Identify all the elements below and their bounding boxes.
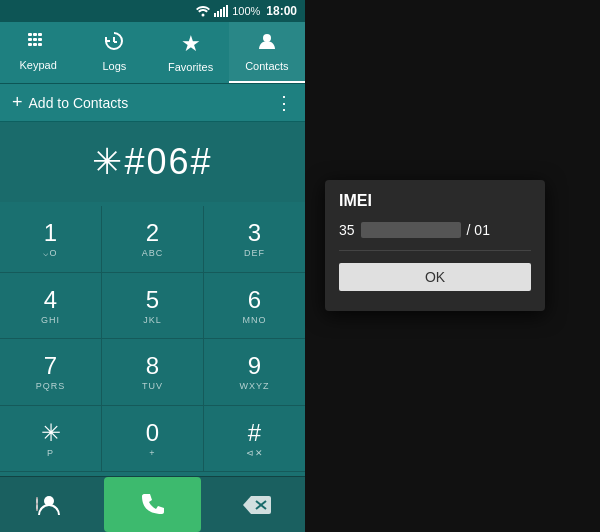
- wifi-icon: [196, 5, 210, 17]
- key-4-letters: GHI: [41, 315, 60, 325]
- favorites-label: Favorites: [168, 61, 213, 73]
- delete-icon: [241, 494, 271, 516]
- tab-favorites[interactable]: ★ Favorites: [153, 22, 229, 83]
- key-2[interactable]: 2 ABC: [102, 206, 204, 273]
- keypad-icon: [27, 32, 49, 55]
- key-row-1: 1 ⌵O 2 ABC 3 DEF: [0, 206, 305, 273]
- svg-rect-9: [28, 38, 32, 41]
- key-row-3: 7 PQRS 8 TUV 9 WXYZ: [0, 339, 305, 406]
- tab-logs[interactable]: Logs: [76, 22, 152, 83]
- key-row-4: ✳ P 0 + # ⊲✕: [0, 406, 305, 473]
- contacts-label: Contacts: [245, 60, 288, 72]
- phone-screen: 100% 18:00 Keypad: [0, 0, 305, 532]
- key-6[interactable]: 6 MNO: [204, 273, 305, 340]
- key-3-number: 3: [248, 219, 261, 247]
- svg-rect-11: [38, 38, 42, 41]
- delete-button[interactable]: [207, 477, 305, 532]
- add-to-contacts-button[interactable]: + Add to Contacts: [12, 92, 275, 113]
- key-8[interactable]: 8 TUV: [102, 339, 204, 406]
- plus-icon: +: [12, 92, 23, 113]
- key-5[interactable]: 5 JKL: [102, 273, 204, 340]
- key-6-letters: MNO: [243, 315, 267, 325]
- key-3-letters: DEF: [244, 248, 265, 258]
- svg-rect-7: [33, 33, 37, 36]
- imei-ok-button[interactable]: OK: [339, 263, 531, 291]
- svg-rect-1: [214, 13, 216, 17]
- key-6-number: 6: [248, 286, 261, 314]
- svg-rect-4: [223, 7, 225, 17]
- key-2-number: 2: [146, 219, 159, 247]
- key-7-letters: PQRS: [36, 381, 66, 391]
- svg-rect-13: [33, 43, 37, 46]
- nav-tabs: Keypad Logs ★ Favorites: [0, 22, 305, 84]
- action-bar: [0, 476, 305, 532]
- add-contacts-label: Add to Contacts: [29, 95, 129, 111]
- imei-ok-container: OK: [339, 259, 531, 299]
- svg-rect-6: [28, 33, 32, 36]
- svg-rect-12: [28, 43, 32, 46]
- key-star-letters: P: [47, 448, 54, 458]
- key-8-letters: TUV: [142, 381, 163, 391]
- keypad-grid: 1 ⌵O 2 ABC 3 DEF 4 GHI 5 JKL 6: [0, 202, 305, 476]
- key-star[interactable]: ✳ P: [0, 406, 102, 473]
- key-8-number: 8: [146, 352, 159, 380]
- contacts-shortcut-button[interactable]: [0, 477, 98, 532]
- right-side: IMEI 35 / 01 OK: [305, 0, 600, 532]
- svg-rect-8: [38, 33, 42, 36]
- svg-rect-5: [226, 5, 228, 17]
- more-menu-icon[interactable]: ⋮: [275, 92, 293, 114]
- imei-blurred-value: [361, 222, 461, 238]
- imei-dialog: IMEI 35 / 01 OK: [325, 180, 545, 311]
- key-4[interactable]: 4 GHI: [0, 273, 102, 340]
- key-1-number: 1: [44, 219, 57, 247]
- imei-value-row: 35 / 01: [339, 222, 531, 238]
- imei-dialog-content: 35 / 01 OK: [325, 218, 545, 311]
- favorites-icon: ★: [181, 31, 201, 57]
- svg-rect-21: [36, 505, 38, 509]
- key-5-letters: JKL: [143, 315, 162, 325]
- tab-contacts[interactable]: Contacts: [229, 22, 305, 83]
- key-0-letters: +: [149, 448, 155, 458]
- key-1-sub: ⌵O: [43, 248, 57, 258]
- toolbar: + Add to Contacts ⋮: [0, 84, 305, 122]
- key-4-number: 4: [44, 286, 57, 314]
- key-0[interactable]: 0 +: [102, 406, 204, 473]
- key-hash[interactable]: # ⊲✕: [204, 406, 305, 473]
- logs-icon: [103, 31, 125, 56]
- key-hash-number: #: [248, 419, 261, 447]
- key-3[interactable]: 3 DEF: [204, 206, 305, 273]
- key-7-number: 7: [44, 352, 57, 380]
- contacts-icon: [257, 31, 277, 56]
- dialed-number: ✳#06#: [92, 141, 212, 183]
- imei-divider: [339, 250, 531, 251]
- svg-rect-20: [36, 499, 38, 503]
- key-9-number: 9: [248, 352, 261, 380]
- key-9[interactable]: 9 WXYZ: [204, 339, 305, 406]
- tab-keypad[interactable]: Keypad: [0, 22, 76, 83]
- contacts-shortcut-icon: [35, 491, 63, 519]
- signal-icon: [214, 5, 228, 17]
- key-1[interactable]: 1 ⌵O: [0, 206, 102, 273]
- svg-point-17: [263, 34, 271, 42]
- key-2-letters: ABC: [142, 248, 164, 258]
- number-display: ✳#06#: [0, 122, 305, 202]
- svg-rect-3: [220, 9, 222, 17]
- svg-rect-10: [33, 38, 37, 41]
- imei-dialog-title: IMEI: [325, 180, 545, 218]
- status-icons: 100%: [196, 5, 260, 17]
- key-7[interactable]: 7 PQRS: [0, 339, 102, 406]
- call-icon: [140, 492, 166, 518]
- svg-rect-14: [38, 43, 42, 46]
- status-bar: 100% 18:00: [0, 0, 305, 22]
- svg-point-0: [202, 14, 205, 17]
- svg-rect-2: [217, 11, 219, 17]
- key-5-number: 5: [146, 286, 159, 314]
- key-row-2: 4 GHI 5 JKL 6 MNO: [0, 273, 305, 340]
- battery-text: 100%: [232, 5, 260, 17]
- key-star-number: ✳: [41, 419, 61, 447]
- keypad-label: Keypad: [19, 59, 56, 71]
- status-time: 18:00: [266, 4, 297, 18]
- imei-suffix: / 01: [467, 222, 490, 238]
- call-button[interactable]: [104, 477, 202, 532]
- key-9-letters: WXYZ: [240, 381, 270, 391]
